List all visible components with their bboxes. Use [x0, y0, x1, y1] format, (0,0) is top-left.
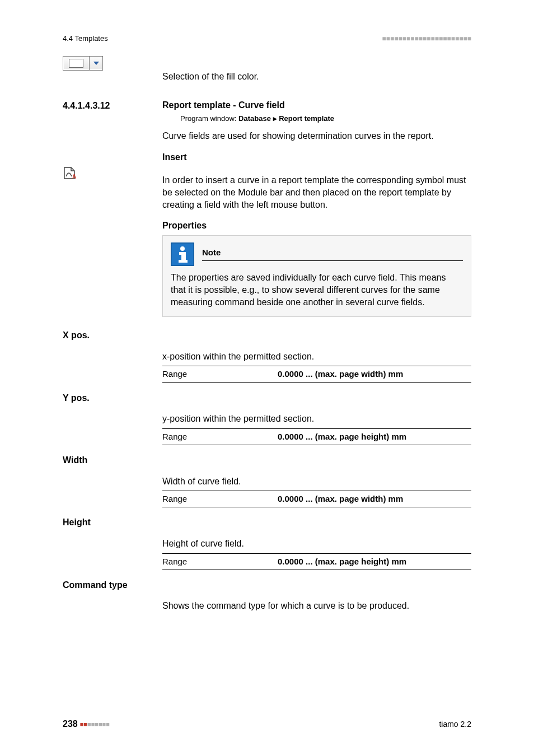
running-header: 4.4 Templates ■■■■■■■■■■■■■■■■■■■■■■: [63, 34, 471, 44]
page-footer: 238 ■■■■■■■■ tiamo 2.2: [63, 718, 471, 730]
chevron-down-icon: [93, 62, 99, 65]
prop-ypos-desc: y-position within the permitted section.: [162, 413, 471, 425]
prop-ypos-label: Y pos.: [63, 392, 471, 404]
prop-xpos-desc: x-position within the permitted section.: [162, 351, 471, 363]
prop-width-desc: Width of curve field.: [162, 475, 471, 488]
note-box: Note The properties are saved individual…: [162, 235, 471, 317]
prop-width-range-value: 0.0000 ... (max. page width) mm: [278, 493, 471, 505]
svg-marker-0: [93, 62, 99, 65]
prop-width-label: Width: [63, 454, 471, 466]
insert-text: In order to insert a curve in a report t…: [162, 174, 471, 211]
prop-width-range-label: Range: [162, 493, 278, 505]
header-ornament: ■■■■■■■■■■■■■■■■■■■■■■: [382, 34, 471, 43]
svg-text:A: A: [72, 174, 76, 180]
prop-height-range-value: 0.0000 ... (max. page height) mm: [278, 556, 471, 567]
program-window-path: Program window: Database ▸ Report templa…: [180, 114, 471, 124]
note-rule: [202, 260, 463, 261]
fill-color-selector[interactable]: [63, 56, 103, 71]
program-window-label: Program window:: [180, 114, 236, 123]
note-title: Note: [202, 247, 463, 259]
info-icon: [171, 242, 194, 266]
prop-ypos-range-label: Range: [162, 431, 278, 442]
prop-ypos-range-value: 0.0000 ... (max. page height) mm: [278, 431, 471, 442]
section-number: 4.4.1.4.3.12: [63, 99, 162, 112]
insert-curve-icon: A: [63, 166, 162, 183]
svg-rect-6: [181, 252, 186, 261]
note-text: The properties are saved individually fo…: [171, 272, 463, 309]
prop-height-label: Height: [63, 516, 471, 529]
program-window-separator: ▸: [273, 114, 277, 123]
fill-color-caption: Selection of the fill color.: [162, 71, 471, 83]
section-title: Report template - Curve field: [162, 99, 471, 111]
prop-commandtype-desc: Shows the command type for which a curve…: [162, 600, 471, 612]
prop-xpos-range-label: Range: [162, 368, 278, 380]
insert-heading: Insert: [162, 151, 471, 164]
prop-width-range: Range 0.0000 ... (max. page width) mm: [162, 491, 471, 507]
program-window-value-2: Report template: [279, 114, 334, 123]
footer-product: tiamo 2.2: [439, 719, 471, 730]
prop-xpos-label: X pos.: [63, 329, 471, 342]
prop-ypos-range: Range 0.0000 ... (max. page height) mm: [162, 428, 471, 445]
program-window-value-1: Database: [238, 114, 271, 123]
prop-height-range-label: Range: [162, 556, 278, 567]
fill-color-swatch: [69, 59, 83, 68]
svg-rect-7: [179, 260, 188, 263]
page-number: 238: [63, 718, 78, 730]
prop-commandtype-label: Command type: [63, 579, 471, 591]
prop-xpos-range-value: 0.0000 ... (max. page width) mm: [278, 368, 471, 380]
prop-height-range: Range 0.0000 ... (max. page height) mm: [162, 553, 471, 570]
svg-point-4: [180, 246, 185, 251]
prop-xpos-range: Range 0.0000 ... (max. page width) mm: [162, 366, 471, 382]
footer-ornament: ■■■■■■■■: [80, 720, 110, 729]
section-intro: Curve fields are used for showing determ…: [162, 130, 471, 142]
prop-height-desc: Height of curve field.: [162, 538, 471, 550]
properties-heading: Properties: [162, 220, 471, 232]
header-section: 4.4 Templates: [63, 34, 108, 44]
fill-color-dropdown-button[interactable]: [90, 57, 102, 70]
fill-color-swatch-button[interactable]: [63, 57, 90, 70]
